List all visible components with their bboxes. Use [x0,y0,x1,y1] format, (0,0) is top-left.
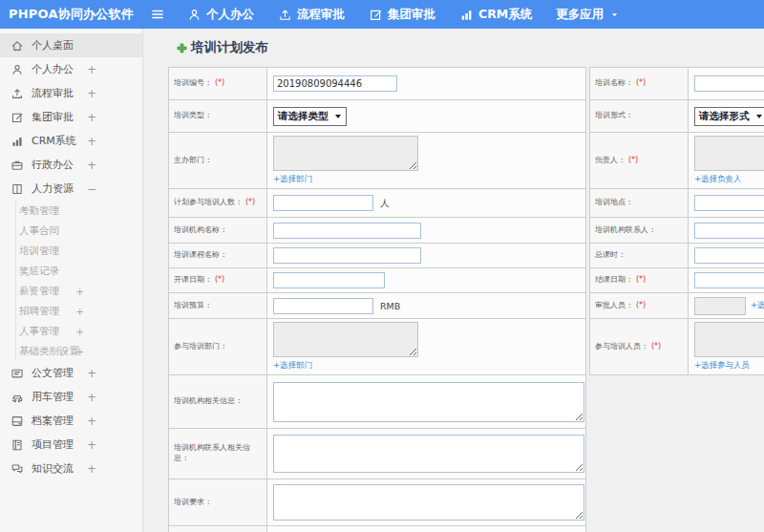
main-content: 培训计划发布 培训编号：(*)培训类型：请选择类型主办部门：+选择部门计划参与培… [143,29,764,532]
org-info-textarea[interactable] [273,382,584,422]
approver-box[interactable] [694,297,746,315]
org-info-label: 培训机构相关信息： [174,396,243,405]
expander-toggle[interactable]: + [87,135,96,148]
nav-group-approval[interactable]: 集团审批 [369,7,435,23]
participating-depts-textarea[interactable] [273,322,418,357]
form-row-leader: 负责人：(*)+选择负责人 [590,133,764,189]
host-dept-textarea[interactable] [273,136,418,171]
host-dept-picker-link[interactable]: +选择部门 [273,174,312,185]
participants-textarea[interactable] [694,322,764,357]
menu-icon[interactable] [149,7,166,22]
expander-toggle[interactable]: + [87,462,96,476]
sidebar-subitem-personnel-mgmt[interactable]: 人事管理+ [16,321,142,341]
sidebar-subitem-reward-punishment[interactable]: 奖惩记录 [16,261,142,281]
leader-textarea[interactable] [694,136,764,171]
doc-icon [11,367,24,380]
nav-more-apps[interactable]: 更多应用 [556,7,625,23]
expander-toggle[interactable]: + [87,438,96,452]
end-date-input[interactable] [694,272,764,288]
participating-depts-picker-link[interactable]: +选择部门 [273,360,312,372]
budget-unit: RMB [380,301,400,311]
approver-picker-link[interactable]: +选择审批人员 [751,300,764,311]
org-contact-input[interactable] [694,223,764,239]
upload-icon [11,87,24,100]
sidebar-item-group-approval[interactable]: 集团审批+ [0,105,142,129]
sidebar-item-personal-office[interactable]: 个人办公+ [0,57,142,81]
expander-toggle[interactable]: + [87,391,96,404]
nav-label: CRM系统 [478,7,532,23]
sidebar-item-document-mgmt[interactable]: 公文管理+ [0,361,142,385]
training-no-input[interactable] [273,75,397,92]
budget-input[interactable] [273,298,373,314]
sidebar-item-process-approval[interactable]: 流程审批+ [0,81,142,105]
sidebar-item-vehicle-mgmt[interactable]: 用车管理+ [0,385,142,409]
expander-toggle[interactable]: + [75,345,84,357]
form-row-org-info: 培训机构相关信息： [169,375,586,429]
sidebar-item-archive-mgmt[interactable]: 档案管理+ [0,409,142,433]
expander-toggle[interactable]: + [75,305,84,317]
sidebar-item-knowledge-exchange[interactable]: 知识交流+ [0,457,142,480]
sidebar-item-crm-system[interactable]: CRM系统+ [0,129,142,153]
planned-participants-input[interactable] [273,195,373,211]
expander-toggle[interactable]: + [75,285,84,297]
form-row-training-form: 培训形式：请选择形式 [590,100,764,133]
sidebar-item-project-mgmt[interactable]: 项目管理+ [0,433,142,457]
sidebar-item-human-resources[interactable]: 人力资源− [0,177,142,201]
sidebar-subitem-training-mgmt[interactable]: 培训管理 [16,241,142,261]
nav-label: 个人办公 [206,7,254,23]
form-row-total-hours: 总课时： [590,244,764,268]
expander-toggle[interactable]: + [87,159,96,172]
training-type-label: 培训类型： [174,111,212,119]
training-name-input[interactable] [694,75,764,92]
course-name-input[interactable] [273,247,421,264]
org-name-input[interactable] [273,223,421,239]
training-requirements-textarea[interactable] [273,484,584,521]
training-no-label: 培训编号： [174,78,212,87]
chart-icon [459,8,474,22]
expander-toggle[interactable]: + [87,63,96,76]
form-row-attachment: 附件文档：+附件上传 [169,526,586,532]
page-title-bar: 培训计划发布 [176,39,764,56]
sidebar-submenu-human-resources: 考勤管理人事合同培训管理奖惩记录薪资管理+招聘管理+人事管理+基础类别设置+ [15,201,142,361]
expander-toggle[interactable]: + [87,415,96,428]
form-row-end-date: 结课日期：(*) [590,268,764,293]
caret-down-icon [335,115,341,118]
expander-toggle[interactable]: + [87,367,96,380]
expander-toggle[interactable]: + [75,325,84,337]
upload-icon [278,8,292,22]
leader-picker-link[interactable]: +选择负责人 [694,174,742,185]
training-type-select[interactable]: 请选择类型 [273,107,347,126]
expander-toggle[interactable]: + [87,111,96,124]
sidebar-subitem-salary-mgmt[interactable]: 薪资管理+ [16,281,142,301]
sidebar-subitem-base-category-setup[interactable]: 基础类别设置+ [16,341,142,361]
sidebar-subitem-hr-contract[interactable]: 人事合同 [16,221,142,241]
nav-process-approval[interactable]: 流程审批 [278,7,345,23]
sidebar-subitem-recruitment-mgmt[interactable]: 招聘管理+ [16,301,142,321]
training-form-select[interactable]: 请选择形式 [694,107,764,126]
sidebar-item-personal-desktop[interactable]: 个人桌面 [0,33,142,57]
nav-label: 流程审批 [297,7,345,23]
nav-personal-office[interactable]: 个人办公 [187,7,254,23]
total-hours-input[interactable] [694,247,764,264]
disk-icon [11,415,24,428]
sidebar-item-label: 项目管理 [32,437,74,452]
required-mark: (*) [636,301,646,309]
location-input[interactable] [694,195,764,211]
nav-crm-system[interactable]: CRM系统 [459,7,532,23]
training-type-select-value: 请选择类型 [278,110,329,123]
sidebar-item-label: 流程审批 [32,86,74,100]
expander-toggle[interactable]: − [87,182,96,196]
start-date-input[interactable] [273,272,385,288]
sidebar-subitem-attendance-mgmt[interactable]: 考勤管理 [16,201,142,221]
page-title: 培训计划发布 [191,39,268,56]
required-mark: (*) [636,78,646,87]
host-dept-label: 主办部门： [174,156,212,164]
required-mark: (*) [215,78,224,87]
required-mark: (*) [651,342,661,351]
expander-toggle[interactable]: + [87,87,96,100]
user-icon [187,8,202,22]
org-contact-info-textarea[interactable] [273,435,584,473]
participants-picker-link[interactable]: +选择参与人员 [694,360,750,372]
sidebar-item-admin-office[interactable]: 行政办公+ [0,153,142,177]
sidebar: 个人桌面个人办公+流程审批+集团审批+CRM系统+行政办公+人力资源−考勤管理人… [0,29,143,532]
